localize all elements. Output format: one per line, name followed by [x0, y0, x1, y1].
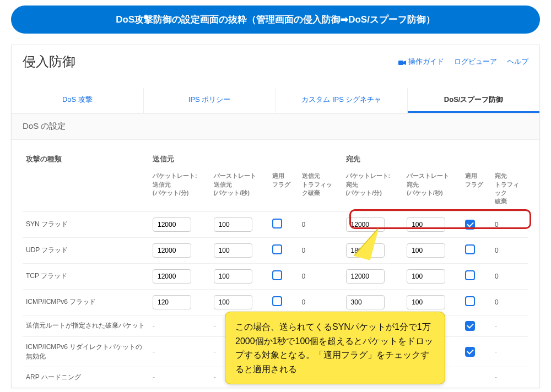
- dst-rate-input[interactable]: [346, 295, 385, 309]
- src-drop: 0: [299, 237, 343, 263]
- guide-link[interactable]: 操作ガイド: [398, 57, 444, 67]
- logviewer-link[interactable]: ログビューア: [454, 57, 497, 67]
- col-attack: 攻撃の種類: [23, 151, 149, 168]
- attack-name: 送信元ルートが指定された破棄パケット: [23, 315, 149, 336]
- src-burst-input[interactable]: [214, 269, 252, 284]
- col-spacer: [23, 168, 149, 211]
- src-rate: [149, 289, 210, 315]
- col-dst-burst: バーストレート 宛先 (パケット/秒): [403, 168, 462, 211]
- attack-name: SYN フラッド: [23, 211, 149, 237]
- src-rate: [149, 237, 210, 263]
- src-burst: [210, 211, 269, 237]
- section-title: DoS の設定: [12, 113, 539, 140]
- dst-flag: [462, 237, 491, 263]
- guide-label: 操作ガイド: [408, 57, 444, 67]
- attack-name: ARP ハードニング: [23, 367, 149, 388]
- col-src-drop: 送信元 トラフィッ ク破棄: [299, 168, 343, 211]
- src-rate-input[interactable]: [153, 217, 191, 232]
- tab-1[interactable]: IPS ポリシー: [144, 88, 276, 113]
- src-flag: [269, 263, 299, 289]
- table-row: SYN フラッド00: [23, 211, 528, 237]
- src-burst: [210, 263, 269, 289]
- src-flag-checkbox[interactable]: [272, 296, 282, 306]
- src-flag: [269, 237, 299, 263]
- dst-rate: [343, 263, 404, 289]
- dash: -: [153, 322, 155, 330]
- col-src-rate: パケットレート: 送信元 (パケット/分): [149, 168, 210, 211]
- src-rate-input[interactable]: [153, 269, 191, 284]
- src-rate: -: [149, 336, 210, 367]
- dst-drop: -: [491, 336, 528, 367]
- svg-rect-0: [398, 61, 403, 65]
- dst-flag-checkbox[interactable]: [465, 244, 475, 254]
- dst-flag: [462, 211, 491, 237]
- dst-flag-checkbox[interactable]: [465, 220, 475, 230]
- dst-drop: 0: [491, 289, 528, 315]
- panel-header: 侵入防御 操作ガイド ログビューア ヘルプ: [12, 45, 539, 78]
- dash: -: [214, 373, 216, 381]
- dst-flag: [462, 263, 491, 289]
- dst-burst-input[interactable]: [407, 295, 445, 309]
- dst-burst: [403, 211, 462, 237]
- col-src-burst: バーストレート 送信元 (パケット/秒): [210, 168, 269, 211]
- dash: -: [214, 322, 216, 330]
- src-flag-checkbox[interactable]: [272, 219, 282, 228]
- src-drop: 0: [299, 263, 343, 289]
- src-rate: [149, 211, 210, 237]
- src-burst-input[interactable]: [214, 217, 252, 232]
- dst-burst-input[interactable]: [407, 243, 445, 258]
- dst-burst: [403, 237, 462, 263]
- tab-2[interactable]: カスタム IPS シグネチャ: [276, 88, 408, 113]
- dst-flag-checkbox[interactable]: [465, 321, 475, 331]
- src-drop: 0: [299, 211, 343, 237]
- page-title: 侵入防御: [23, 53, 75, 70]
- src-flag-checkbox[interactable]: [272, 244, 282, 254]
- attack-name: ICMP/ICMPv6 フラッド: [23, 289, 149, 315]
- dst-burst: [403, 263, 462, 289]
- dst-flag-checkbox[interactable]: [465, 296, 475, 306]
- dst-flag-checkbox[interactable]: [465, 270, 475, 280]
- src-rate: [149, 263, 210, 289]
- dst-burst-input[interactable]: [407, 269, 445, 284]
- help-link[interactable]: ヘルプ: [507, 57, 528, 67]
- col-source-group: 送信元: [149, 151, 343, 168]
- tab-0[interactable]: DoS 攻撃: [12, 88, 144, 113]
- col-dest-group: 宛先: [343, 151, 528, 168]
- callout-annotation: この場合、送られてくるSYNパケットが1分で1万2000個か1秒で100個を超え…: [225, 312, 445, 384]
- dash: -: [214, 348, 216, 356]
- tab-3[interactable]: DoS/スプーフ防御: [408, 88, 539, 113]
- dst-flag: [462, 367, 491, 388]
- dst-burst-input[interactable]: [407, 217, 445, 232]
- dst-flag-checkbox[interactable]: [465, 347, 475, 357]
- header-links: 操作ガイド ログビューア ヘルプ: [398, 57, 528, 67]
- dst-drop: 0: [491, 237, 528, 263]
- table-row: UDP フラッド00: [23, 237, 528, 263]
- dst-flag: [462, 336, 491, 367]
- dash: -: [153, 373, 155, 381]
- src-burst: [210, 237, 269, 263]
- col-src-flag: 適用 フラグ: [269, 168, 299, 211]
- col-dst-flag: 適用 フラグ: [462, 168, 491, 211]
- dash: -: [153, 348, 155, 356]
- camera-icon: [398, 59, 406, 64]
- col-dst-drop: 宛先 トラフィ ック 破棄: [491, 168, 528, 211]
- dst-drop: 0: [491, 263, 528, 289]
- table-row: TCP フラッド00: [23, 263, 528, 289]
- dst-drop: -: [491, 315, 528, 336]
- src-rate-input[interactable]: [153, 243, 191, 258]
- src-flag-checkbox[interactable]: [272, 270, 282, 280]
- src-flag: [269, 211, 299, 237]
- title-banner: DoS攻撃防御の設定画面の抜粋（管理画面の侵入防御➡DoS/スプーフ防御）: [11, 6, 540, 34]
- attack-name: UDP フラッド: [23, 237, 149, 263]
- src-rate: -: [149, 367, 210, 388]
- src-rate-input[interactable]: [153, 295, 191, 309]
- tab-bar: DoS 攻撃IPS ポリシーカスタム IPS シグネチャDoS/スプーフ防御: [12, 88, 539, 113]
- src-burst-input[interactable]: [214, 295, 252, 309]
- col-dst-rate: パケットレート: 宛先 (パケット/分): [343, 168, 404, 211]
- dst-rate-input[interactable]: [346, 269, 385, 284]
- dst-drop: -: [491, 367, 528, 388]
- attack-name: ICMP/ICMPv6 リダイレクトパケットの無効化: [23, 336, 149, 367]
- src-rate: -: [149, 315, 210, 336]
- src-burst-input[interactable]: [214, 243, 252, 258]
- dst-drop: 0: [491, 211, 528, 237]
